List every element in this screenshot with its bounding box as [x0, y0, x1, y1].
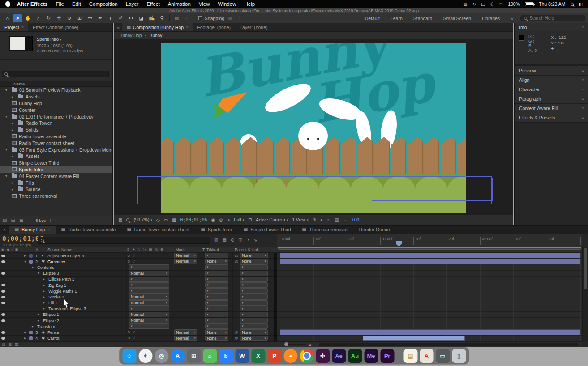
- dock-icon[interactable]: A: [420, 349, 433, 363]
- status-icon[interactable]: ▤: [481, 2, 485, 7]
- dock-icon[interactable]: ◎: [155, 349, 168, 363]
- parent-dropdown[interactable]: ▾: [240, 294, 268, 299]
- zoom-in-mountain-icon[interactable]: ▲: [308, 342, 312, 347]
- trkmat-dropdown[interactable]: ▾: [205, 294, 228, 299]
- tool-button[interactable]: ↻: [44, 14, 53, 22]
- project-item[interactable]: ▸ Source: [0, 186, 112, 193]
- apple-menu-icon[interactable]: [5, 1, 10, 7]
- info-panel-header[interactable]: Info ≡: [515, 23, 588, 31]
- tool-button[interactable]: ⊞: [75, 14, 84, 22]
- control-center-icon[interactable]: ◧: [579, 2, 583, 7]
- panel-menu-icon[interactable]: ≡: [582, 68, 584, 73]
- twirl-icon[interactable]: ▸: [43, 294, 47, 299]
- layer-color-chip[interactable]: [29, 331, 33, 334]
- layer-switches[interactable]: ⊙ ∕: [127, 259, 136, 264]
- time-ruler[interactable]: 0:00f10f20f01:00f10f20f02:00f10f20f03:00…: [277, 234, 582, 247]
- zoom-slider-knob[interactable]: [284, 342, 288, 346]
- layer-name[interactable]: Fill 1: [48, 300, 57, 306]
- mode-dropdown[interactable]: Normal▾: [174, 259, 197, 264]
- layer-name[interactable]: Carrot: [47, 336, 59, 341]
- timeline-row[interactable]: ▸ Transform Reset ▾ ▾ @ ▾: [0, 323, 582, 329]
- twirl-icon[interactable]: ▸: [12, 121, 16, 125]
- comp-flowchart-icon[interactable]: ↔: [343, 217, 348, 222]
- column-source-name[interactable]: Source Name: [47, 247, 72, 252]
- dock-icon[interactable]: Me: [364, 349, 378, 363]
- dock-icon[interactable]: P: [267, 349, 281, 363]
- parent-dropdown[interactable]: ▾: [240, 264, 268, 270]
- twirl-icon[interactable]: ▾: [5, 88, 9, 92]
- visibility-eye-icon[interactable]: [1, 319, 5, 322]
- breadcrumb-layer[interactable]: Bunny: [150, 33, 162, 38]
- dock-icon[interactable]: b: [219, 349, 233, 363]
- column-mode[interactable]: Mode: [176, 247, 186, 252]
- snapping-control[interactable]: Snapping: [198, 16, 224, 21]
- layer-color-chip[interactable]: [29, 260, 33, 264]
- parent-dropdown[interactable]: ▾: [240, 318, 268, 323]
- timeline-row[interactable]: ▸ Ellipse Path 1 ⊞ ⊟ ▾ ▾ @ ▾: [0, 277, 582, 282]
- dock-icon[interactable]: ◕: [283, 349, 297, 363]
- trkmat-dropdown[interactable]: ▾: [205, 277, 228, 282]
- timeline-toolbar-icon[interactable]: ◔: [247, 238, 249, 243]
- project-search-box[interactable]: [2, 71, 109, 77]
- project-bottom-icon[interactable]: ▦: [19, 218, 23, 223]
- mask-visibility-icon[interactable]: ◇: [156, 217, 160, 222]
- toolbar-icon[interactable]: ⊹: [182, 16, 190, 21]
- crop-icon[interactable]: ⊡: [248, 217, 252, 222]
- tool-button[interactable]: ◪: [137, 14, 146, 22]
- project-item[interactable]: Radio Tower contact sheet: [0, 140, 112, 146]
- transparency-grid-icon[interactable]: ▩: [172, 217, 176, 222]
- status-icon[interactable]: ◠: [499, 2, 503, 7]
- view-options-icon[interactable]: ⊕: [313, 217, 316, 222]
- layer-name[interactable]: Contents: [37, 264, 54, 270]
- timeline-row[interactable]: ▸ Zig Zag 1 ▾ ▾ @ ▾: [0, 282, 582, 288]
- project-item[interactable]: Three car removal: [0, 193, 112, 200]
- tool-button[interactable]: ✒: [95, 14, 105, 22]
- tool-button[interactable]: ⚲: [157, 14, 167, 22]
- trkmat-dropdown[interactable]: None▾: [205, 329, 228, 335]
- tool-button[interactable]: ✐: [116, 14, 125, 22]
- tool-button[interactable]: ✋: [23, 14, 33, 22]
- visibility-eye-icon[interactable]: [1, 290, 5, 293]
- trkmat-dropdown[interactable]: ▾: [205, 253, 228, 258]
- layer-switches[interactable]: ⊙ ∕: [127, 329, 136, 335]
- twirl-icon[interactable]: ▸: [12, 154, 16, 158]
- twirl-icon[interactable]: ▸: [24, 329, 29, 335]
- panel-tab[interactable]: Project ≡: [0, 23, 28, 31]
- mode-dropdown[interactable]: ▾: [129, 282, 169, 288]
- twirl-icon[interactable]: ▸: [43, 306, 47, 311]
- twirl-icon[interactable]: ▸: [38, 318, 42, 323]
- trkmat-dropdown[interactable]: ▾: [205, 300, 228, 306]
- scrollbar-handle[interactable]: [584, 248, 587, 289]
- timeline-zoom-control[interactable]: ▲ ▲: [278, 342, 312, 347]
- trkmat-dropdown[interactable]: None▾: [205, 259, 228, 264]
- parent-dropdown[interactable]: ▾: [240, 312, 268, 317]
- timeline-row[interactable]: ▾ Contents Add: ◉ ▾ ▾ @ ▾: [0, 264, 582, 270]
- resolution-dropdown[interactable]: Full▾: [234, 217, 244, 222]
- dock-icon[interactable]: W: [235, 349, 249, 363]
- mode-dropdown[interactable]: ▾: [129, 264, 169, 270]
- close-panel-icon[interactable]: ×: [0, 226, 9, 234]
- horizontal-scrollbar[interactable]: [319, 343, 579, 346]
- project-item[interactable]: Simple Lower Third: [0, 160, 112, 166]
- dock-icon[interactable]: Au: [348, 349, 362, 363]
- workspace-item[interactable]: Small Screen: [443, 16, 471, 21]
- dock-icon[interactable]: ▭: [436, 349, 450, 363]
- visibility-eye-icon[interactable]: [1, 296, 5, 298]
- parent-dropdown[interactable]: ▾: [240, 306, 268, 311]
- pixel-aspect-icon[interactable]: ◐: [320, 217, 323, 222]
- region-of-interest-icon[interactable]: ▭: [164, 217, 168, 222]
- bit-depth-button[interactable]: 8 bpc: [35, 218, 46, 223]
- twirl-icon[interactable]: ▸: [12, 181, 16, 185]
- project-item[interactable]: ▾ 03 Font Style Expressions + Dropdown M…: [0, 146, 112, 153]
- panel-menu-icon[interactable]: ≡: [47, 227, 50, 232]
- tool-button[interactable]: T: [106, 14, 115, 22]
- layer-color-chip[interactable]: [29, 336, 33, 340]
- fast-previews-icon[interactable]: ∿: [327, 217, 330, 222]
- project-search-input[interactable]: [9, 71, 106, 77]
- dock-icon[interactable]: ▯: [452, 349, 466, 363]
- project-item[interactable]: Counter: [0, 106, 112, 113]
- timeline-row[interactable]: ▸ 4 ✱ Carrot ⊙ ∕ Normal▾ None▾ @ None▾: [0, 336, 582, 341]
- project-item[interactable]: Radio Tower assemble: [0, 133, 112, 140]
- menu-item[interactable]: Composition: [85, 1, 122, 7]
- column-parent-link[interactable]: Parent & Link: [235, 247, 259, 252]
